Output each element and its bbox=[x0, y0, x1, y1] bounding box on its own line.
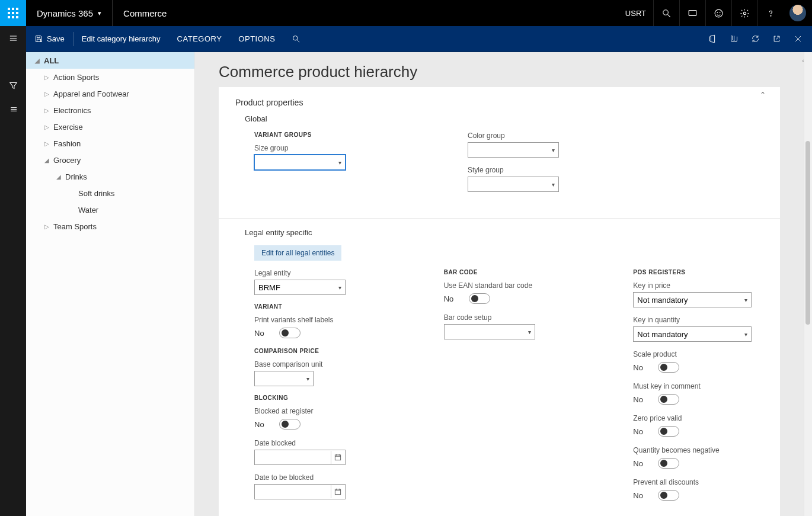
svg-point-15 bbox=[720, 12, 720, 12]
svg-rect-4 bbox=[12, 12, 14, 14]
list-icon[interactable] bbox=[0, 97, 26, 121]
base-comparison-unit-dropdown[interactable]: ▾ bbox=[254, 371, 314, 386]
tree-node-team-sports[interactable]: ▷Team Sports bbox=[26, 218, 194, 235]
app-launcher[interactable] bbox=[0, 0, 26, 26]
panel-collapse-icon[interactable]: ⌃ bbox=[760, 91, 766, 99]
close-icon[interactable] bbox=[787, 26, 808, 52]
scale-product-value: No bbox=[633, 363, 647, 372]
scrollbar-thumb[interactable] bbox=[805, 141, 810, 325]
settings-icon[interactable] bbox=[731, 0, 757, 26]
bar-code-setup-label: Bar code setup bbox=[444, 313, 574, 322]
print-variants-value: No bbox=[254, 329, 268, 338]
color-group-dropdown[interactable]: ▾ bbox=[468, 142, 559, 158]
svg-rect-26 bbox=[37, 39, 40, 41]
print-variants-toggle[interactable] bbox=[279, 328, 300, 338]
date-blocked-input[interactable] bbox=[254, 450, 346, 465]
caret-down-icon: ◢ bbox=[33, 57, 41, 64]
messages-icon[interactable] bbox=[679, 0, 705, 26]
menu-category[interactable]: CATEGORY bbox=[169, 26, 231, 52]
svg-line-10 bbox=[668, 14, 670, 17]
save-label: Save bbox=[47, 34, 65, 43]
edit-hierarchy-link[interactable]: Edit category hierarchy bbox=[73, 26, 169, 52]
key-in-quantity-dropdown[interactable]: Not mandatory▾ bbox=[633, 326, 752, 342]
calendar-icon[interactable] bbox=[331, 485, 344, 498]
tree-node-grocery[interactable]: ◢Grocery bbox=[26, 152, 194, 168]
scale-product-toggle[interactable] bbox=[658, 362, 679, 373]
quantity-negative-toggle[interactable] bbox=[658, 458, 679, 469]
svg-line-28 bbox=[298, 40, 300, 42]
svg-point-13 bbox=[715, 9, 723, 17]
caret-right-icon: ▷ bbox=[43, 91, 51, 97]
scale-product-label: Scale product bbox=[633, 350, 763, 358]
legal-entity-dropdown[interactable]: BRMF▾ bbox=[254, 280, 346, 295]
svg-rect-35 bbox=[335, 489, 340, 495]
use-ean-toggle[interactable] bbox=[469, 293, 490, 304]
pos-registers-label: POS REGISTERS bbox=[633, 269, 763, 275]
tree-node-electronics[interactable]: ▷Electronics bbox=[26, 102, 194, 118]
svg-rect-25 bbox=[37, 36, 40, 38]
popout-icon[interactable] bbox=[766, 26, 787, 52]
tree-node-water[interactable]: Water bbox=[26, 201, 194, 218]
chevron-down-icon: ▾ bbox=[552, 147, 555, 153]
module-label: Commerce bbox=[113, 8, 177, 18]
brand-dropdown[interactable]: Dynamics 365 ▾ bbox=[26, 0, 113, 26]
tree-node-all[interactable]: ◢ALL bbox=[26, 52, 194, 69]
bar-code-label: BAR CODE bbox=[444, 269, 574, 275]
help-icon[interactable] bbox=[757, 0, 784, 26]
filter-icon[interactable] bbox=[0, 73, 26, 97]
feedback-icon[interactable] bbox=[705, 0, 731, 26]
blocked-at-register-toggle[interactable] bbox=[279, 419, 300, 430]
tree-node-drinks[interactable]: ◢Drinks bbox=[26, 168, 194, 185]
date-to-be-blocked-input[interactable] bbox=[254, 484, 346, 499]
svg-point-16 bbox=[743, 12, 746, 14]
chevron-down-icon: ▾ bbox=[744, 297, 747, 303]
tree-node-apparel[interactable]: ▷Apparel and Footwear bbox=[26, 85, 194, 102]
zero-price-valid-toggle[interactable] bbox=[658, 426, 679, 437]
nav-toggle[interactable] bbox=[0, 26, 26, 50]
tree-node-soft-drinks[interactable]: Soft drinks bbox=[26, 185, 194, 201]
svg-point-9 bbox=[663, 9, 669, 14]
blocking-label: BLOCKING bbox=[254, 395, 385, 401]
search-in-form[interactable] bbox=[283, 26, 309, 52]
caret-down-icon: ◢ bbox=[43, 157, 51, 164]
bar-code-setup-dropdown[interactable]: ▾ bbox=[444, 324, 535, 339]
panel-heading: Product properties bbox=[235, 98, 763, 107]
office-icon[interactable] bbox=[702, 26, 723, 52]
date-blocked-label: Date blocked bbox=[254, 439, 385, 447]
must-key-comment-label: Must key in comment bbox=[633, 382, 763, 390]
refresh-icon[interactable] bbox=[744, 26, 766, 52]
category-tree[interactable]: ◢ALL ▷Action Sports ▷Apparel and Footwea… bbox=[26, 52, 195, 516]
save-button[interactable]: Save bbox=[26, 26, 73, 52]
caret-right-icon: ▷ bbox=[43, 223, 51, 230]
tree-node-action-sports[interactable]: ▷Action Sports bbox=[26, 69, 194, 85]
chevron-down-icon: ▾ bbox=[528, 329, 531, 335]
vertical-scrollbar[interactable] bbox=[804, 52, 812, 516]
global-heading: Global bbox=[235, 114, 763, 123]
svg-rect-0 bbox=[8, 8, 10, 10]
tree-node-exercise[interactable]: ▷Exercise bbox=[26, 118, 194, 135]
menu-options[interactable]: OPTIONS bbox=[230, 26, 283, 52]
svg-rect-5 bbox=[16, 12, 18, 14]
key-in-price-label: Key in price bbox=[633, 281, 763, 290]
svg-rect-31 bbox=[335, 455, 340, 460]
svg-rect-11 bbox=[689, 10, 696, 15]
search-icon[interactable] bbox=[653, 0, 679, 26]
calendar-icon[interactable] bbox=[331, 451, 344, 464]
edit-all-legal-entities-button[interactable]: Edit for all legal entities bbox=[254, 245, 341, 261]
user-avatar[interactable] bbox=[789, 5, 806, 21]
key-in-price-dropdown[interactable]: Not mandatory▾ bbox=[633, 292, 752, 307]
prevent-discounts-toggle[interactable] bbox=[658, 490, 679, 501]
quantity-negative-value: No bbox=[633, 459, 647, 468]
size-group-dropdown[interactable]: ▾ bbox=[254, 155, 346, 170]
must-key-comment-toggle[interactable] bbox=[658, 394, 679, 405]
chevron-down-icon: ▾ bbox=[98, 9, 101, 17]
svg-rect-6 bbox=[8, 16, 10, 18]
chevron-down-icon: ▾ bbox=[306, 376, 309, 382]
attach-icon[interactable] bbox=[723, 26, 744, 52]
comparison-price-label: COMPARISON PRICE bbox=[254, 348, 385, 354]
chevron-down-icon: ▾ bbox=[552, 181, 555, 188]
page-title: Commerce product hierarchy bbox=[219, 63, 780, 81]
style-group-dropdown[interactable]: ▾ bbox=[468, 177, 559, 192]
tree-node-fashion[interactable]: ▷Fashion bbox=[26, 135, 194, 152]
company-picker[interactable]: USRT bbox=[618, 9, 653, 18]
